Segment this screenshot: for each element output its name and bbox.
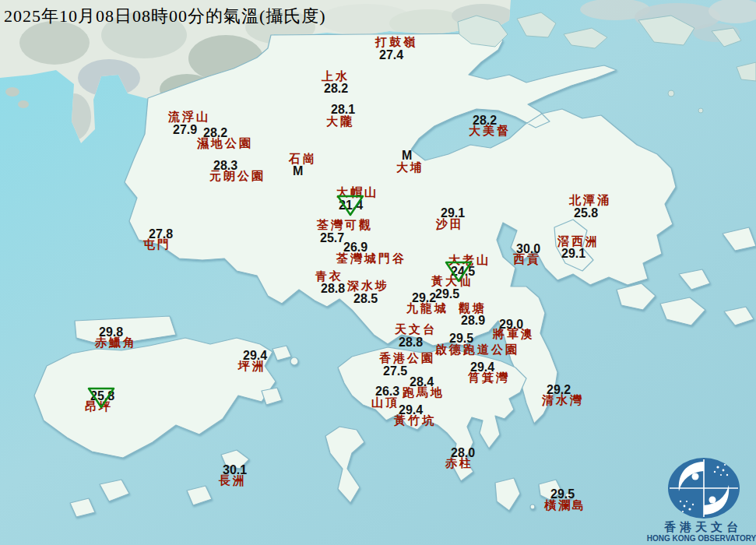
station-value: 29.5 [550,488,575,501]
peak-triangle-icon [445,261,473,283]
station-value: 29.8 [99,326,123,339]
station-label: 北潭涌 [569,194,611,207]
station-label: 大隴 [326,115,354,128]
station-value: 28.1 [331,104,355,116]
station-label: 沙田 [436,218,464,231]
station-value: 28.2 [203,127,227,139]
station-value: 28.8 [399,336,423,349]
station-value: 30.1 [223,464,247,476]
station-value: 27.8 [149,228,173,241]
station-label: 流浮山 [168,111,210,124]
station-value: 28.3 [213,160,237,172]
station-value: 30.0 [516,243,540,255]
station-value: 29.5 [435,288,459,301]
station-value: M [402,149,412,162]
station-value: 28.0 [451,447,475,459]
station-value: 29.2 [547,384,571,396]
stations-layer: 打鼓嶺27.4上水28.2大隴28.1流浮山27.9濕地公園28.2元朗公園28… [0,0,756,545]
station-value: 29.1 [561,248,585,260]
station-value: 28.8 [321,283,345,295]
station-value: 26.3 [375,385,399,398]
station-value: M [293,165,303,178]
station-value: 28.2 [473,114,497,127]
weather-temperature-map: 2025年10月08日08時00分的氣溫(攝氏度) 打鼓嶺27.4上水28.2大… [0,0,756,545]
station-value: 25.7 [320,232,344,244]
station-label: 深水埗 [347,280,389,293]
station-value: 29.4 [399,404,423,417]
station-value: 29.2 [412,292,436,304]
station-value: 25.8 [574,207,598,220]
station-value: 27.9 [173,124,197,136]
station-label: 香港公園 [379,352,435,365]
station-label: 大埔 [396,161,424,174]
station-value: 28.4 [410,376,434,389]
station-value: 26.9 [343,241,367,254]
peak-triangle-icon [87,387,115,409]
station-value: 29.4 [243,350,267,362]
station-value: 29.1 [441,207,465,220]
station-label: 天文台 [395,323,437,336]
station-value: 28.5 [353,293,378,305]
station-label: 荃灣城門谷 [336,252,406,265]
station-value: 29.0 [499,318,523,331]
station-value: 29.4 [470,361,494,374]
peak-triangle-icon [336,195,364,216]
station-value: 28.9 [461,315,485,327]
station-value: 29.5 [449,332,473,345]
station-value: 27.5 [383,365,407,378]
station-label: 啟德跑道公園 [435,343,519,357]
station-label: 山頂 [371,396,399,410]
station-value: 27.4 [379,49,403,62]
station-label: 荃灣可觀 [317,219,373,232]
station-label: 打鼓嶺 [375,36,417,49]
station-label: 橫瀾島 [544,499,586,512]
station-value: 28.2 [324,83,348,95]
